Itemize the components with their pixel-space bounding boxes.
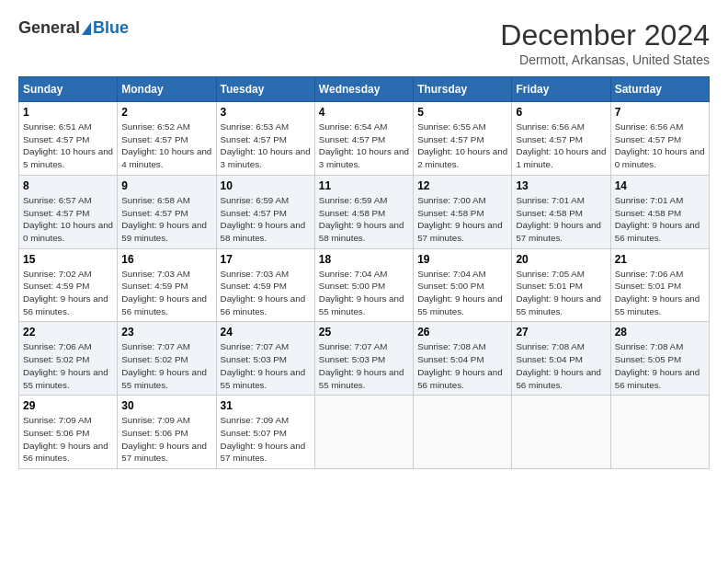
day-info: Sunrise: 7:06 AMSunset: 5:02 PMDaylight:…	[23, 340, 113, 391]
calendar-cell: 20Sunrise: 7:05 AMSunset: 5:01 PMDayligh…	[512, 248, 610, 322]
calendar-cell: 15Sunrise: 7:02 AMSunset: 4:59 PMDayligh…	[19, 248, 118, 322]
day-number: 31	[221, 399, 311, 412]
day-info: Sunrise: 6:56 AMSunset: 4:57 PMDaylight:…	[516, 121, 606, 171]
day-info: Sunrise: 7:03 AMSunset: 4:59 PMDaylight:…	[121, 268, 211, 318]
calendar-cell: 2Sunrise: 6:52 AMSunset: 4:57 PMDaylight…	[118, 102, 216, 176]
day-info: Sunrise: 6:59 AMSunset: 4:58 PMDaylight:…	[319, 194, 409, 245]
calendar-cell	[414, 396, 512, 469]
calendar-cell: 21Sunrise: 7:06 AMSunset: 5:01 PMDayligh…	[610, 248, 709, 322]
day-info: Sunrise: 7:04 AMSunset: 5:00 PMDaylight:…	[319, 268, 409, 318]
day-info: Sunrise: 6:53 AMSunset: 4:57 PMDaylight:…	[221, 121, 311, 171]
day-info: Sunrise: 7:08 AMSunset: 5:04 PMDaylight:…	[516, 340, 606, 391]
month-title: December 2024	[500, 18, 710, 52]
day-info: Sunrise: 7:05 AMSunset: 5:01 PMDaylight:…	[516, 268, 606, 318]
day-number: 12	[417, 179, 507, 192]
calendar-cell: 23Sunrise: 7:07 AMSunset: 5:02 PMDayligh…	[118, 322, 216, 396]
day-number: 7	[615, 106, 705, 119]
calendar-cell: 17Sunrise: 7:03 AMSunset: 4:59 PMDayligh…	[216, 248, 314, 322]
day-number: 25	[319, 326, 409, 339]
day-info: Sunrise: 7:04 AMSunset: 5:00 PMDaylight:…	[417, 268, 507, 318]
day-info: Sunrise: 6:57 AMSunset: 4:57 PMDaylight:…	[23, 194, 113, 245]
calendar-cell: 31Sunrise: 7:09 AMSunset: 5:07 PMDayligh…	[216, 396, 314, 469]
calendar-cell: 30Sunrise: 7:09 AMSunset: 5:06 PMDayligh…	[118, 396, 216, 469]
day-number: 16	[121, 253, 211, 266]
title-area: December 2024 Dermott, Arkansas, United …	[500, 18, 710, 67]
calendar-cell: 14Sunrise: 7:01 AMSunset: 4:58 PMDayligh…	[610, 175, 709, 248]
day-number: 18	[319, 253, 409, 266]
day-info: Sunrise: 7:06 AMSunset: 5:01 PMDaylight:…	[615, 268, 705, 318]
logo-general-text: General	[18, 18, 80, 38]
weekday-header-saturday: Saturday	[610, 77, 709, 102]
day-number: 20	[516, 253, 606, 266]
day-info: Sunrise: 6:58 AMSunset: 4:57 PMDaylight:…	[121, 194, 211, 245]
calendar-cell	[512, 396, 610, 469]
calendar-cell: 13Sunrise: 7:01 AMSunset: 4:58 PMDayligh…	[512, 175, 610, 248]
logo-triangle-icon	[82, 22, 91, 35]
day-info: Sunrise: 7:01 AMSunset: 4:58 PMDaylight:…	[615, 194, 705, 245]
calendar-cell: 9Sunrise: 6:58 AMSunset: 4:57 PMDaylight…	[118, 175, 216, 248]
week-row-3: 15Sunrise: 7:02 AMSunset: 4:59 PMDayligh…	[19, 248, 710, 322]
day-info: Sunrise: 7:02 AMSunset: 4:59 PMDaylight:…	[23, 268, 113, 318]
calendar-cell: 10Sunrise: 6:59 AMSunset: 4:57 PMDayligh…	[216, 175, 314, 248]
day-number: 11	[319, 179, 409, 192]
calendar-cell: 16Sunrise: 7:03 AMSunset: 4:59 PMDayligh…	[118, 248, 216, 322]
day-info: Sunrise: 6:59 AMSunset: 4:57 PMDaylight:…	[221, 194, 311, 245]
day-number: 19	[417, 253, 507, 266]
logo: General Blue	[18, 18, 129, 38]
calendar-cell: 29Sunrise: 7:09 AMSunset: 5:06 PMDayligh…	[19, 396, 118, 469]
day-info: Sunrise: 7:07 AMSunset: 5:02 PMDaylight:…	[121, 340, 211, 391]
week-row-1: 1Sunrise: 6:51 AMSunset: 4:57 PMDaylight…	[19, 102, 710, 176]
calendar-cell: 26Sunrise: 7:08 AMSunset: 5:04 PMDayligh…	[414, 322, 512, 396]
calendar-cell: 5Sunrise: 6:55 AMSunset: 4:57 PMDaylight…	[414, 102, 512, 176]
weekday-header-row: SundayMondayTuesdayWednesdayThursdayFrid…	[19, 77, 710, 102]
day-info: Sunrise: 7:07 AMSunset: 5:03 PMDaylight:…	[319, 340, 409, 391]
day-number: 27	[516, 326, 606, 339]
weekday-header-thursday: Thursday	[414, 77, 512, 102]
day-info: Sunrise: 7:09 AMSunset: 5:07 PMDaylight:…	[221, 414, 311, 465]
day-number: 13	[516, 179, 606, 192]
calendar-cell: 19Sunrise: 7:04 AMSunset: 5:00 PMDayligh…	[414, 248, 512, 322]
day-info: Sunrise: 6:51 AMSunset: 4:57 PMDaylight:…	[23, 121, 113, 171]
location-text: Dermott, Arkansas, United States	[500, 52, 710, 67]
calendar-cell: 4Sunrise: 6:54 AMSunset: 4:57 PMDaylight…	[314, 102, 413, 176]
day-number: 24	[221, 326, 311, 339]
week-row-4: 22Sunrise: 7:06 AMSunset: 5:02 PMDayligh…	[19, 322, 710, 396]
calendar-cell: 1Sunrise: 6:51 AMSunset: 4:57 PMDaylight…	[19, 102, 118, 176]
weekday-header-monday: Monday	[118, 77, 216, 102]
day-info: Sunrise: 7:09 AMSunset: 5:06 PMDaylight:…	[23, 414, 113, 465]
calendar-cell: 25Sunrise: 7:07 AMSunset: 5:03 PMDayligh…	[314, 322, 413, 396]
day-info: Sunrise: 7:09 AMSunset: 5:06 PMDaylight:…	[121, 414, 211, 465]
day-number: 9	[121, 179, 211, 192]
day-number: 8	[23, 179, 113, 192]
calendar-cell: 27Sunrise: 7:08 AMSunset: 5:04 PMDayligh…	[512, 322, 610, 396]
week-row-2: 8Sunrise: 6:57 AMSunset: 4:57 PMDaylight…	[19, 175, 710, 248]
calendar-cell: 3Sunrise: 6:53 AMSunset: 4:57 PMDaylight…	[216, 102, 314, 176]
day-number: 17	[221, 253, 311, 266]
day-number: 21	[615, 253, 705, 266]
day-number: 10	[221, 179, 311, 192]
calendar-cell: 28Sunrise: 7:08 AMSunset: 5:05 PMDayligh…	[610, 322, 709, 396]
day-number: 3	[221, 106, 311, 119]
day-info: Sunrise: 7:01 AMSunset: 4:58 PMDaylight:…	[516, 194, 606, 245]
day-number: 26	[417, 326, 507, 339]
calendar-cell: 24Sunrise: 7:07 AMSunset: 5:03 PMDayligh…	[216, 322, 314, 396]
logo-blue-text: Blue	[93, 18, 129, 38]
day-info: Sunrise: 7:08 AMSunset: 5:05 PMDaylight:…	[615, 340, 705, 391]
day-number: 15	[23, 253, 113, 266]
calendar-cell: 12Sunrise: 7:00 AMSunset: 4:58 PMDayligh…	[414, 175, 512, 248]
day-number: 30	[121, 399, 211, 412]
week-row-5: 29Sunrise: 7:09 AMSunset: 5:06 PMDayligh…	[19, 396, 710, 469]
day-number: 5	[417, 106, 507, 119]
day-info: Sunrise: 7:07 AMSunset: 5:03 PMDaylight:…	[221, 340, 311, 391]
day-info: Sunrise: 7:00 AMSunset: 4:58 PMDaylight:…	[417, 194, 507, 245]
day-number: 6	[516, 106, 606, 119]
day-info: Sunrise: 6:55 AMSunset: 4:57 PMDaylight:…	[417, 121, 507, 171]
day-info: Sunrise: 7:03 AMSunset: 4:59 PMDaylight:…	[221, 268, 311, 318]
weekday-header-tuesday: Tuesday	[216, 77, 314, 102]
day-info: Sunrise: 6:56 AMSunset: 4:57 PMDaylight:…	[615, 121, 705, 171]
weekday-header-sunday: Sunday	[19, 77, 118, 102]
day-number: 4	[319, 106, 409, 119]
day-number: 29	[23, 399, 113, 412]
day-number: 14	[615, 179, 705, 192]
calendar-table: SundayMondayTuesdayWednesdayThursdayFrid…	[18, 76, 710, 469]
